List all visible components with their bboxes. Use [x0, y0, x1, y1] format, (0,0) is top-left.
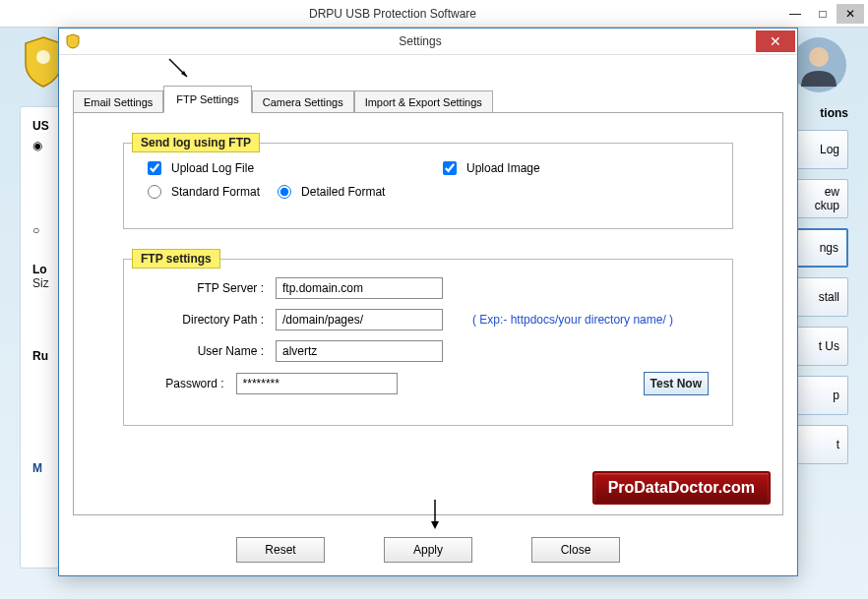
arrow-annotation-icon: [165, 55, 195, 85]
legend-send-log: Send log using FTP: [132, 133, 260, 152]
label-detailed-format: Detailed Format: [301, 185, 385, 199]
dialog-close-button[interactable]: ✕: [756, 30, 795, 52]
checkbox-upload-log-file[interactable]: [148, 161, 161, 175]
label-password: Password :: [148, 377, 236, 390]
svg-point-2: [809, 47, 829, 67]
radio-detailed-format[interactable]: [278, 185, 291, 199]
dialog-title: Settings: [87, 34, 754, 48]
dialog-body: Email Settings FTP Settings Camera Setti…: [59, 55, 797, 525]
brand-badge: ProDataDoctor.com: [592, 471, 771, 505]
label-user-name: User Name :: [148, 344, 276, 358]
main-window-title: DRPU USB Protection Software: [4, 7, 781, 21]
arrow-annotation-icon: [425, 498, 445, 533]
label-upload-log-file: Upload Log File: [171, 161, 254, 175]
label-ftp-server: FTP Server :: [148, 281, 276, 295]
main-titlebar: DRPU USB Protection Software — □ ✕: [0, 0, 868, 28]
test-now-button[interactable]: Test Now: [644, 372, 709, 395]
dialog-titlebar: Settings ✕: [59, 29, 797, 55]
settings-dialog: Settings ✕ Email Settings FTP Settings C…: [58, 28, 798, 576]
tab-strip: Email Settings FTP Settings Camera Setti…: [73, 83, 783, 112]
tab-email-settings[interactable]: Email Settings: [73, 90, 163, 113]
shield-icon: [65, 33, 81, 49]
checkbox-upload-image[interactable]: [443, 161, 457, 175]
tab-camera-settings[interactable]: Camera Settings: [252, 90, 354, 113]
apply-button[interactable]: Apply: [384, 537, 472, 563]
input-password[interactable]: [236, 373, 398, 394]
fieldset-send-log: Send log using FTP Upload Log File Stand…: [123, 143, 733, 229]
dialog-buttons: Reset Apply Close: [59, 525, 797, 578]
legend-ftp-settings: FTP settings: [132, 249, 220, 269]
input-directory-path[interactable]: [276, 309, 443, 330]
tab-content: Send log using FTP Upload Log File Stand…: [73, 112, 783, 515]
input-user-name[interactable]: [276, 340, 443, 362]
hint-directory-path: ( Exp:- httpdocs/your directory name/ ): [472, 313, 673, 327]
reset-button[interactable]: Reset: [236, 537, 325, 563]
close-button[interactable]: Close: [531, 537, 620, 563]
close-button[interactable]: ✕: [837, 4, 864, 24]
svg-point-0: [36, 50, 50, 64]
label-directory-path: Directory Path :: [148, 313, 276, 327]
tab-ftp-settings[interactable]: FTP Settings: [163, 86, 251, 113]
label-standard-format: Standard Format: [171, 185, 260, 199]
minimize-button[interactable]: —: [781, 4, 809, 24]
maximize-button[interactable]: □: [809, 4, 837, 24]
fieldset-ftp-settings: FTP settings FTP Server : Directory Path…: [123, 259, 733, 426]
input-ftp-server[interactable]: [276, 277, 443, 299]
radio-standard-format[interactable]: [148, 185, 161, 199]
avatar-icon: [789, 35, 848, 94]
label-upload-image: Upload Image: [466, 161, 540, 175]
tab-import-export-settings[interactable]: Import & Export Settings: [354, 90, 493, 113]
